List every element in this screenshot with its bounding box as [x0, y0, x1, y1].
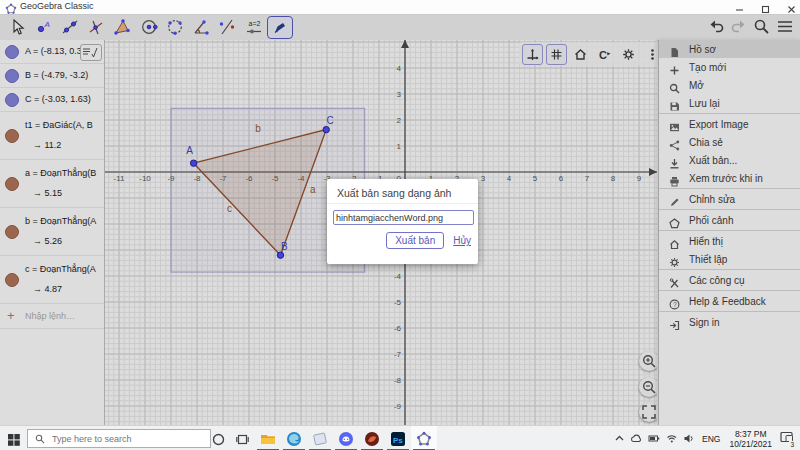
window-title: GeoGebra Classic [20, 1, 94, 11]
taskbar-app-edge[interactable] [281, 426, 307, 450]
search-icon [35, 430, 45, 448]
volume-icon[interactable] [683, 430, 695, 448]
wifi-icon[interactable] [666, 430, 678, 448]
taskbar-app-discord[interactable] [333, 426, 359, 450]
clock[interactable]: 8:37 PM 10/21/2021 [729, 429, 772, 449]
maximize-window-icon[interactable] [754, 0, 776, 14]
cortana-icon[interactable] [212, 432, 225, 450]
taskbar-search[interactable] [27, 429, 211, 448]
start-button-icon[interactable] [8, 432, 20, 450]
taskbar-app-notebook[interactable] [307, 426, 333, 450]
screen: GeoGebra Classic Aa=2 A = (-8.13, 0.34)B… [0, 0, 800, 450]
geogebra-logo-icon [5, 1, 17, 13]
battery-icon[interactable] [648, 430, 661, 448]
close-window-icon[interactable] [780, 0, 800, 14]
task-view-icon[interactable] [236, 432, 249, 450]
titlebar: GeoGebra Classic [0, 0, 800, 15]
dialog-divider [327, 203, 478, 204]
language-indicator[interactable]: ENG [702, 434, 720, 444]
taskbar: Ps ENG 8:37 PM 10/21/2021 3 [0, 425, 800, 450]
time-text: 8:37 PM [729, 429, 772, 439]
taskbar-app-geogebra[interactable] [411, 426, 437, 450]
cancel-button[interactable]: Hủy [453, 235, 471, 246]
minimize-window-icon[interactable] [728, 0, 750, 14]
svg-text:Ps: Ps [393, 435, 403, 444]
filename-input[interactable] [333, 210, 474, 225]
export-button[interactable]: Xuất bản [386, 232, 444, 249]
notification-badge: 3 [789, 441, 795, 448]
onedrive-icon[interactable] [630, 430, 643, 448]
taskbar-app-photoshop[interactable]: Ps [385, 426, 411, 450]
dialog-title: Xuất bản sang dạng ảnh [337, 187, 451, 199]
date-text: 10/21/2021 [729, 439, 772, 449]
tray-expand-icon[interactable] [614, 430, 625, 448]
export-dialog: Xuất bản sang dạng ảnh Xuất bản Hủy [327, 179, 478, 264]
taskbar-app-file-explorer[interactable] [255, 426, 281, 450]
taskbar-app-game[interactable] [359, 426, 385, 450]
taskbar-search-input[interactable] [50, 433, 204, 445]
notification-center-icon[interactable]: 3 [780, 430, 794, 448]
